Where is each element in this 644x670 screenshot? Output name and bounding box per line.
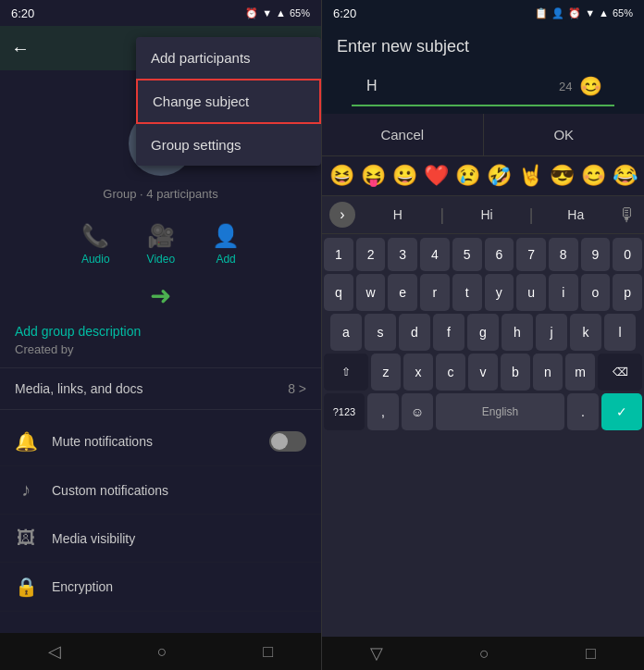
key-q[interactable]: q (324, 274, 353, 311)
key-o[interactable]: o (581, 274, 611, 311)
ok-button[interactable]: OK (484, 114, 645, 155)
dropdown-change-subject[interactable]: Change subject ← (136, 79, 321, 124)
key-f[interactable]: f (433, 314, 464, 351)
key-b[interactable]: b (501, 354, 530, 391)
subject-input[interactable] (366, 78, 551, 94)
status-bar-left: 6:20 ⏰ ▼ ▲ 65% (0, 0, 321, 26)
person-status-icon: 👤 (551, 7, 564, 19)
bell-icon: 🔔 (15, 430, 37, 453)
emoji-cry[interactable]: 😢 (455, 164, 480, 188)
key-1[interactable]: 1 (324, 238, 353, 271)
period-key[interactable]: . (567, 393, 599, 430)
key-0[interactable]: 0 (613, 238, 642, 271)
action-row: Cancel OK (322, 114, 644, 156)
video-button[interactable]: 🎥 Video (147, 223, 175, 266)
key-g[interactable]: g (467, 314, 499, 351)
key-a[interactable]: a (330, 314, 362, 351)
pred-word-h[interactable]: H (363, 207, 433, 222)
left-panel: 6:20 ⏰ ▼ ▲ 65% ← Add participants Change… (0, 0, 321, 670)
add-description-button[interactable]: Add group description (15, 324, 306, 339)
emoji-keyboard-key[interactable]: ☺ (402, 393, 433, 430)
dropdown-group-settings[interactable]: Group settings (136, 124, 321, 166)
status-time-left: 6:20 (11, 6, 34, 20)
comma-key[interactable]: , (367, 393, 399, 430)
settings-media-visibility[interactable]: 🖼 Media visibility (0, 515, 321, 563)
add-person-icon: 👤 (212, 223, 240, 249)
microphone-icon[interactable]: 🎙 (618, 205, 637, 226)
char-count: 24 (559, 80, 572, 93)
key-e[interactable]: e (388, 274, 417, 311)
key-t[interactable]: t (452, 274, 482, 311)
back-nav-right-icon[interactable]: ▽ (370, 643, 383, 664)
emoji-tongue[interactable]: 😝 (361, 164, 386, 188)
key-w[interactable]: w (356, 274, 386, 311)
key-m[interactable]: m (565, 354, 595, 391)
key-s[interactable]: s (365, 314, 396, 351)
pred-word-ha[interactable]: Ha (540, 207, 611, 222)
key-6[interactable]: 6 (485, 238, 514, 271)
cancel-button[interactable]: Cancel (322, 114, 484, 155)
key-l[interactable]: l (604, 314, 636, 351)
key-8[interactable]: 8 (549, 238, 578, 271)
enter-key[interactable]: ✓ (601, 393, 642, 430)
signal-icon: ▲ (276, 7, 286, 19)
backspace-key[interactable]: ⌫ (598, 354, 642, 391)
add-button[interactable]: 👤 Add (212, 223, 240, 266)
media-label: Media, links, and docs (15, 381, 143, 396)
emoji-rofl[interactable]: 🤣 (487, 164, 512, 188)
key-4[interactable]: 4 (420, 238, 450, 271)
key-9[interactable]: 9 (581, 238, 611, 271)
key-v[interactable]: v (468, 354, 498, 391)
emoji-blush[interactable]: 😊 (581, 164, 606, 188)
key-7[interactable]: 7 (516, 238, 546, 271)
key-i[interactable]: i (549, 274, 578, 311)
emoji-laugh[interactable]: 😂 (613, 164, 638, 188)
signal-right-icon: ▲ (599, 7, 609, 19)
key-h[interactable]: h (502, 314, 533, 351)
settings-encryption[interactable]: 🔒 Encryption (0, 563, 321, 612)
emoji-cool[interactable]: 😎 (550, 164, 575, 188)
key-5[interactable]: 5 (452, 238, 482, 271)
emoji-smile[interactable]: 😀 (392, 164, 417, 188)
key-u[interactable]: u (516, 274, 546, 311)
key-r[interactable]: r (420, 274, 450, 311)
shift-key[interactable]: ⇧ (324, 354, 368, 391)
back-arrow-icon[interactable]: ← (11, 38, 30, 59)
audio-button[interactable]: 📞 Audio (81, 223, 110, 266)
settings-custom-notif[interactable]: ♪ Custom notifications (0, 466, 321, 515)
emoji-grin[interactable]: 😆 (329, 164, 354, 188)
pred-expand-icon[interactable]: › (329, 202, 355, 228)
key-c[interactable]: c (436, 354, 465, 391)
recents-nav-icon[interactable]: □ (263, 642, 273, 662)
emoji-heart[interactable]: ❤️ (424, 164, 449, 188)
description-area: Add group description Created by (0, 315, 321, 360)
battery-left: 65% (290, 7, 310, 19)
lock-icon: 🔒 (15, 576, 37, 598)
zxcv-row: ⇧ z x c v b n m ⌫ (324, 354, 642, 391)
symbols-key[interactable]: ?123 (324, 393, 365, 430)
mute-toggle[interactable] (269, 431, 306, 452)
key-k[interactable]: k (570, 314, 601, 351)
pred-word-hi[interactable]: Hi (452, 207, 522, 222)
emoji-rock[interactable]: 🤘 (518, 164, 543, 188)
key-z[interactable]: z (371, 354, 401, 391)
wifi-right-icon: ▼ (585, 7, 595, 19)
dropdown-add-participants[interactable]: Add participants (136, 37, 321, 79)
key-d[interactable]: d (399, 314, 430, 351)
back-nav-icon[interactable]: ◁ (48, 641, 61, 662)
key-y[interactable]: y (485, 274, 514, 311)
key-2[interactable]: 2 (356, 238, 386, 271)
emoji-button[interactable]: 😊 (579, 75, 602, 97)
home-nav-right-icon[interactable]: ○ (479, 644, 489, 664)
home-nav-icon[interactable]: ○ (157, 642, 167, 662)
media-row[interactable]: Media, links, and docs 8 > (0, 367, 321, 410)
key-x[interactable]: x (403, 354, 433, 391)
page-title: Enter new subject (337, 37, 629, 56)
key-p[interactable]: p (613, 274, 642, 311)
key-j[interactable]: j (536, 314, 567, 351)
key-n[interactable]: n (533, 354, 563, 391)
space-key[interactable]: English (436, 393, 564, 430)
settings-mute[interactable]: 🔔 Mute notifications (0, 417, 321, 466)
key-3[interactable]: 3 (388, 238, 417, 271)
recents-nav-right-icon[interactable]: □ (586, 644, 596, 664)
